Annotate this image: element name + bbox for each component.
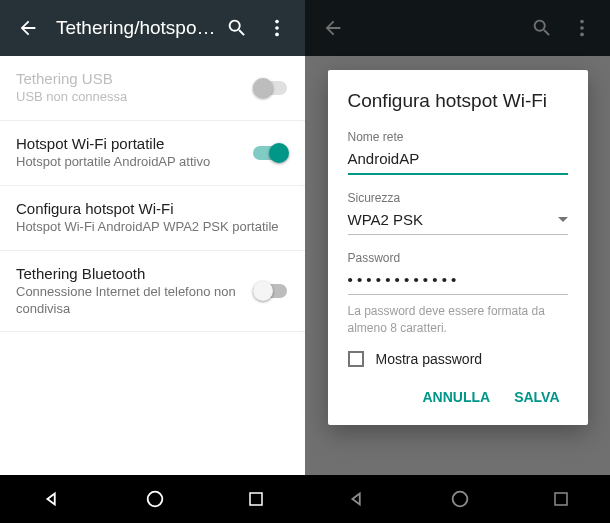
setting-tethering-usb: Tethering USB USB non connessa: [0, 56, 305, 121]
settings-list: Tethering USB USB non connessa Hotspot W…: [0, 56, 305, 475]
field-label: Password: [348, 251, 568, 265]
setting-title: Configura hotspot Wi-Fi: [16, 200, 289, 217]
nav-recent-icon[interactable]: [247, 490, 265, 508]
switch-bluetooth[interactable]: [253, 281, 289, 301]
setting-tethering-bluetooth[interactable]: Tethering Bluetooth Connessione Internet…: [0, 251, 305, 333]
appbar: Tethering/hotspot p...: [0, 0, 305, 56]
field-label: Sicurezza: [348, 191, 568, 205]
svg-point-1: [275, 26, 279, 30]
page-title: Tethering/hotspot p...: [56, 17, 217, 39]
chevron-down-icon: [558, 217, 568, 222]
field-label: Nome rete: [348, 130, 568, 144]
setting-title: Hotspot Wi-Fi portatile: [16, 135, 253, 152]
svg-rect-4: [250, 493, 262, 505]
switch-usb: [253, 78, 289, 98]
setting-title: Tethering USB: [16, 70, 253, 87]
cancel-button[interactable]: ANNULLA: [414, 379, 498, 415]
password-field[interactable]: Password • • • • • • • • • • • •: [348, 251, 568, 295]
security-field[interactable]: Sicurezza WPA2 PSK: [348, 191, 568, 235]
checkbox-icon[interactable]: [348, 351, 364, 367]
setting-title: Tethering Bluetooth: [16, 265, 253, 282]
navbar: [0, 475, 305, 523]
save-button[interactable]: SALVA: [506, 379, 567, 415]
dialog-scrim[interactable]: Configura hotspot Wi-Fi Nome rete Androi…: [305, 0, 610, 523]
setting-hotspot-wifi[interactable]: Hotspot Wi-Fi portatile Hotspot portatil…: [0, 121, 305, 186]
setting-subtitle: Hotspot Wi-Fi AndroidAP WPA2 PSK portati…: [16, 219, 289, 236]
configure-hotspot-dialog: Configura hotspot Wi-Fi Nome rete Androi…: [328, 70, 588, 425]
password-input[interactable]: • • • • • • • • • • • •: [348, 269, 568, 295]
password-hint: La password deve essere formata da almen…: [348, 303, 568, 337]
back-icon[interactable]: [8, 8, 48, 48]
setting-subtitle: Hotspot portatile AndroidAP attivo: [16, 154, 253, 171]
nav-home-icon[interactable]: [144, 488, 166, 510]
svg-point-2: [275, 33, 279, 37]
search-icon[interactable]: [217, 8, 257, 48]
network-name-field[interactable]: Nome rete AndroidAP: [348, 130, 568, 175]
show-password-checkbox[interactable]: Mostra password: [348, 351, 568, 367]
network-name-input[interactable]: AndroidAP: [348, 148, 568, 175]
svg-point-0: [275, 20, 279, 24]
setting-subtitle: USB non connessa: [16, 89, 253, 106]
switch-wifi[interactable]: [253, 143, 289, 163]
nav-back-icon[interactable]: [41, 488, 63, 510]
overflow-icon[interactable]: [257, 8, 297, 48]
setting-subtitle: Connessione Internet del telefono non co…: [16, 284, 253, 318]
security-select[interactable]: WPA2 PSK: [348, 211, 424, 228]
setting-configure-hotspot[interactable]: Configura hotspot Wi-Fi Hotspot Wi-Fi An…: [0, 186, 305, 251]
dialog-title: Configura hotspot Wi-Fi: [348, 90, 568, 112]
checkbox-label: Mostra password: [376, 351, 483, 367]
svg-point-3: [147, 492, 162, 507]
